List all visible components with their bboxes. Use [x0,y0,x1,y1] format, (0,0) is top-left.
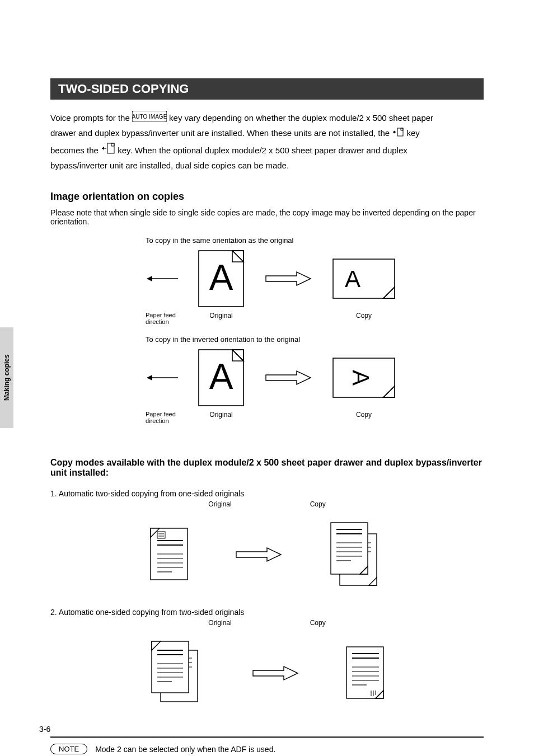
svg-rect-73 [346,647,383,698]
svg-marker-14 [266,272,311,285]
fig2-label: To copy in the inverted orientation to t… [146,335,484,344]
mode1-text: 1. Automatic two-sided copying from one-… [50,489,484,498]
side-tab-label: Making copies [0,327,13,428]
m1-orig-label: Original [208,500,231,508]
svg-rect-7 [107,143,114,153]
auto-image-icon: AUTO IMAGE [132,111,167,122]
side-tab: Making copies [0,327,13,428]
note-row: NOTE Mode 2 can be selected only when th… [50,744,484,754]
mode1-original-icon [144,524,194,585]
svg-rect-4 [397,128,403,136]
outline-arrow-m2 [250,665,301,682]
svg-marker-3 [393,130,395,134]
m1-copy-label: Copy [310,500,326,508]
copy-label: Copy [330,312,397,325]
modes-title: Copy modes available with the duplex mod… [50,458,484,478]
svg-marker-72 [253,666,298,680]
copy-page-landscape: A [330,256,397,301]
banner-title: TWO-SIDED COPYING [58,82,189,96]
svg-marker-12 [232,251,243,262]
copy-page-landscape-rotated: A [330,355,397,400]
svg-rect-63 [152,641,189,693]
svg-marker-6 [102,147,104,150]
original-page-portrait-2: A [196,347,246,408]
feed-dir-label: Paper feed direction [146,312,179,325]
svg-marker-25 [266,371,311,384]
feed-arrow-icon-2 [146,372,179,383]
intro-line4: bypass/inverter unit are installed, dual… [50,159,484,172]
feed-dir-label-2: Paper feed direction [146,411,179,424]
single-page-feed-icon [101,142,115,154]
page-number: 3-6 [39,725,50,734]
intro-paragraph: Voice prompts for the AUTO IMAGE key var… [50,111,484,172]
intro-line2a: drawer and duplex bypass/inverter unit a… [50,128,392,138]
fig1-label: To copy in the same orientation as the o… [146,236,484,245]
m2-orig-label: Original [208,619,231,627]
intro-line3a: becomes the [50,145,101,155]
m2-copy-label: Copy [310,619,326,627]
svg-text:AUTO IMAGE: AUTO IMAGE [132,114,167,120]
note-pill: NOTE [50,744,87,754]
svg-marker-43 [236,548,281,561]
intro-line3b: key. When the optional duplex module/2 x… [118,145,407,155]
divider [50,736,484,738]
svg-rect-49 [331,523,368,574]
outline-arrow-m1 [233,546,284,563]
outline-arrow-icon [263,270,313,287]
mode2-figure: Original Copy [50,619,484,710]
section-banner: TWO-SIDED COPYING [50,78,484,100]
figure-block-2: To copy in the inverted orientation to t… [146,335,484,424]
svg-marker-9 [147,276,152,281]
intro-line1b: key vary depending on whether the duplex… [169,113,433,123]
intro-line1a: Voice prompts for the [50,113,132,123]
copy-label-2: Copy [330,411,397,424]
svg-text:A: A [348,370,374,386]
feed-arrow-icon [146,273,179,284]
rotation-title: Image orientation on copies [50,191,484,203]
orig-label-2: Original [196,411,246,424]
rotation-subtitle: Please note that when single side to sin… [50,208,484,226]
intro-line2b: key [407,128,420,138]
note-text: Mode 2 can be selected only when the ADF… [95,745,275,754]
mode2-original-icon [144,637,211,710]
svg-marker-20 [147,375,152,381]
svg-rect-15 [333,259,395,298]
svg-text:A: A [209,257,233,298]
svg-text:A: A [209,356,233,397]
original-page-portrait: A [196,248,246,309]
mode1-figure: Original Copy [50,500,484,591]
duplex-pages-icon [392,127,404,137]
svg-text:A: A [345,266,360,292]
mode1-copy-icon [323,518,390,591]
mode2-text: 2. Automatic one-sided copying from two-… [50,608,484,617]
mode2-copy-icon [340,642,390,704]
figure-block-1: To copy in the same orientation as the o… [146,236,484,325]
copy-modes-block: Copy modes available with the duplex mod… [50,458,484,710]
orig-label: Original [196,312,246,325]
outline-arrow-icon-2 [263,369,313,386]
